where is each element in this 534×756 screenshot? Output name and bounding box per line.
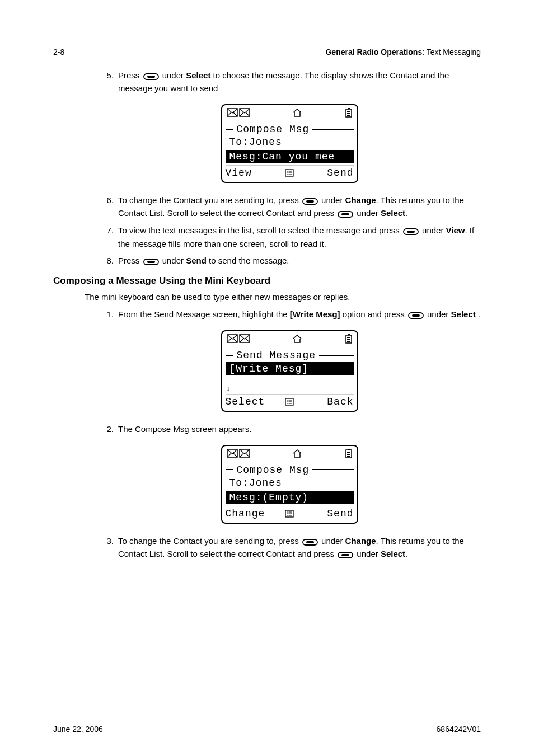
step-item: 2.The Compose Msg screen appears. — [98, 423, 481, 436]
svg-point-10 — [287, 171, 288, 172]
steps-bottom1: 1.From the Send Message screen, highligh… — [98, 308, 481, 321]
svg-point-52 — [287, 515, 288, 516]
lcd2-softkey-right: Back — [296, 396, 354, 407]
header-section-bold: General Radio Operations — [325, 48, 422, 57]
page-header: 2-8 General Radio Operations: Text Messa… — [53, 48, 481, 59]
svg-point-50 — [287, 513, 288, 514]
softkey-button-icon — [338, 548, 353, 561]
lcd2-title: Send Message — [233, 350, 320, 361]
footer-doc-id: 6864242V01 — [437, 725, 481, 734]
envelope-icon — [227, 334, 238, 346]
svg-rect-5 — [348, 108, 350, 109]
svg-rect-23 — [147, 261, 155, 263]
menu-icon — [283, 510, 296, 518]
lcd2-softkey-left: Select — [226, 396, 283, 407]
softkey-button-icon — [302, 195, 318, 208]
step-item: 3.To change the Contact you are sending … — [98, 535, 481, 561]
lcd3-softkey-right: Send — [296, 508, 354, 519]
battery-icon — [345, 334, 353, 346]
lcd-send-message: Send Message [Write Mesg] ↓ Select Back — [98, 330, 481, 412]
softkey-button-icon — [408, 309, 424, 322]
lcd3-to: To:Jones — [226, 477, 354, 489]
steps-top: 5.Press under Select to choose the messa… — [98, 69, 481, 95]
footer-date: June 22, 2006 — [53, 725, 103, 734]
svg-rect-57 — [341, 554, 349, 556]
svg-rect-6 — [347, 111, 350, 112]
battery-icon — [345, 448, 353, 461]
envelope-icon — [227, 108, 238, 120]
step-number: 8. — [98, 255, 118, 267]
section-intro: The mini keyboard can be used to type ei… — [85, 291, 481, 304]
svg-rect-44 — [347, 452, 350, 453]
step-body: To view the text messages in the list, s… — [118, 224, 481, 250]
lcd1-softkey-left: View — [226, 167, 283, 179]
lcd1-mesg: Mesg:Can you mee — [226, 150, 354, 163]
page-number: 2-8 — [53, 48, 64, 57]
svg-rect-32 — [347, 341, 350, 342]
svg-point-48 — [287, 511, 288, 513]
softkey-button-icon — [143, 255, 159, 268]
section-heading: Composing a Message Using the Mini Keybo… — [53, 275, 481, 287]
menu-icon — [283, 398, 296, 406]
down-arrow-icon: ↓ — [226, 384, 354, 393]
lcd3-softkey-left: Change — [226, 508, 283, 519]
steps-mid: 6.To change the Contact you are sending … — [98, 194, 481, 268]
svg-rect-43 — [348, 449, 350, 450]
svg-point-34 — [287, 400, 288, 401]
menu-icon — [283, 169, 296, 177]
svg-rect-30 — [347, 337, 350, 338]
envelope-icon — [239, 334, 250, 346]
step-body: Press under Send to send the message. — [118, 255, 481, 267]
home-icon — [292, 108, 303, 120]
svg-point-12 — [287, 172, 288, 173]
svg-rect-21 — [407, 231, 415, 233]
step-number: 5. — [98, 69, 118, 95]
svg-rect-7 — [347, 113, 350, 114]
lcd3-title: Compose Msg — [233, 464, 313, 476]
lcd3-mesg: Mesg:(Empty) — [226, 491, 354, 504]
step-item: 6.To change the Contact you are sending … — [98, 194, 481, 220]
svg-rect-45 — [347, 454, 350, 455]
step-number: 6. — [98, 194, 118, 220]
svg-rect-19 — [341, 213, 349, 215]
header-section-rest: : Text Messaging — [422, 48, 481, 57]
envelope-icon — [239, 449, 250, 461]
step-body: From the Send Message screen, highlight … — [118, 308, 481, 321]
step-item: 8.Press under Send to send the message. — [98, 255, 481, 267]
step-item: 5.Press under Select to choose the messa… — [98, 69, 481, 95]
step-body: To change the Contact you are sending to… — [118, 535, 481, 561]
svg-rect-8 — [347, 115, 350, 116]
svg-point-36 — [287, 401, 288, 402]
softkey-button-icon — [302, 535, 318, 548]
home-icon — [292, 334, 303, 346]
lcd-compose-2: Compose Msg To:Jones Mesg:(Empty) Change… — [98, 445, 481, 524]
svg-rect-25 — [412, 314, 420, 317]
step-body: The Compose Msg screen appears. — [118, 423, 481, 436]
svg-rect-46 — [347, 456, 350, 457]
svg-rect-29 — [348, 334, 350, 335]
step-item: 1.From the Send Message screen, highligh… — [98, 308, 481, 321]
svg-rect-1 — [147, 76, 155, 78]
step-number: 7. — [98, 224, 118, 250]
envelope-icon — [227, 449, 238, 461]
page-footer: June 22, 2006 6864242V01 — [53, 721, 481, 734]
step-body: To change the Contact you are sending to… — [118, 194, 481, 220]
softkey-button-icon — [338, 208, 353, 220]
header-right: General Radio Operations: Text Messaging — [325, 48, 481, 57]
svg-point-14 — [287, 174, 288, 175]
lcd2-row: [Write Mesg] — [226, 362, 354, 375]
svg-rect-17 — [306, 200, 314, 203]
step-number: 3. — [98, 535, 118, 561]
home-icon — [292, 449, 303, 461]
softkey-button-icon — [143, 70, 159, 83]
softkey-button-icon — [403, 225, 419, 238]
lcd-compose-1: Compose Msg To:Jones Mesg:Can you mee Vi… — [98, 104, 481, 183]
step-number: 1. — [98, 308, 118, 321]
battery-icon — [345, 107, 353, 120]
lcd1-title: Compose Msg — [233, 124, 313, 135]
envelope-icon — [239, 108, 250, 120]
svg-rect-31 — [347, 339, 350, 340]
steps-bottom3: 3.To change the Contact you are sending … — [98, 535, 481, 561]
steps-bottom2: 2.The Compose Msg screen appears. — [98, 423, 481, 436]
lcd1-softkey-right: Send — [296, 167, 354, 179]
